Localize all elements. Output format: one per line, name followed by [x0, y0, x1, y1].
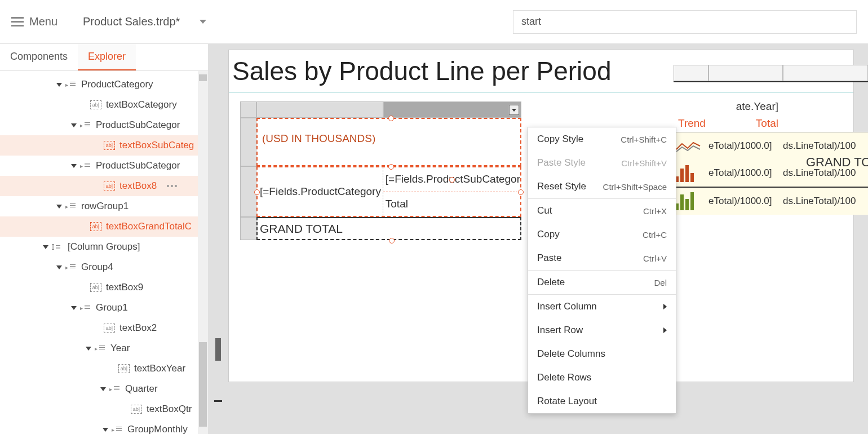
resize-handle[interactable] — [449, 177, 455, 183]
sparkbar-cell-1[interactable] — [674, 160, 708, 187]
tree-node-year[interactable]: Year — [0, 338, 208, 358]
caret-down-icon[interactable] — [200, 20, 206, 24]
col-header-r2[interactable] — [708, 65, 783, 81]
menu-label: Menu — [29, 15, 57, 28]
tree-node-textbox2[interactable]: ab| textBox2 — [0, 318, 208, 338]
textbox-icon: ab| — [90, 222, 101, 231]
tree-node-textbox-year[interactable]: ab| textBoxYear — [0, 358, 208, 379]
row-header-1[interactable] — [240, 118, 256, 166]
resize-handle[interactable] — [518, 189, 524, 195]
menu-insert-row[interactable]: Insert Row — [528, 318, 676, 342]
menu-rotate-layout[interactable]: Rotate Layout — [528, 389, 676, 413]
data-cell-1[interactable]: eTotal)/1000.0] — [708, 132, 783, 160]
menu-copy[interactable]: Copy Ctrl+C — [528, 223, 676, 246]
tree-node-textbox-subcategory[interactable]: ab| textBoxSubCateg — [0, 135, 208, 156]
data-cell-3[interactable]: eTotal)/1000.0] — [708, 188, 783, 215]
cell-subcategory-group: [=Fields.ProductSubCategor Total — [383, 167, 520, 216]
selected-row-category[interactable]: [=Fields.ProductCategory [=Fields.Produc… — [256, 166, 521, 217]
expand-icon[interactable] — [86, 347, 91, 351]
group-icon — [65, 203, 77, 210]
resize-handle[interactable] — [388, 164, 394, 170]
tree-node-textbox8[interactable]: ab| textBox8 — [0, 176, 208, 196]
col-header-1[interactable] — [256, 101, 383, 118]
menu-copy-style[interactable]: Copy Style Ctrl+Shift+C — [528, 127, 676, 151]
data-cell-2[interactable]: eTotal)/1000.0] — [708, 160, 783, 187]
expand-icon[interactable] — [56, 265, 62, 269]
menu-delete-columns[interactable]: Delete Columns — [528, 342, 676, 366]
col-header-2[interactable] — [383, 101, 521, 118]
col-header-r1[interactable] — [674, 65, 708, 81]
tree-node-quarter[interactable]: Quarter — [0, 379, 208, 399]
data-cell-3b[interactable]: ds.LineTotal)/100 — [783, 188, 868, 215]
search-input[interactable]: start — [513, 10, 857, 34]
textbox-icon: ab| — [131, 405, 142, 414]
resize-handle[interactable] — [254, 189, 260, 195]
cell-product-category[interactable]: [=Fields.ProductCategory — [258, 167, 383, 216]
left-panel: Components Explorer ProductCategory ab| … — [0, 44, 209, 434]
group-icon — [95, 346, 106, 352]
group-icon — [80, 122, 91, 129]
textbox-icon: ab| — [104, 324, 115, 333]
expand-icon[interactable] — [71, 123, 77, 127]
cell-grand-total[interactable]: GRAND TOTAL — [256, 217, 521, 240]
submenu-arrow-icon — [663, 304, 667, 309]
menu-insert-column[interactable]: Insert Column — [528, 295, 676, 318]
total-col-label: Total — [708, 115, 783, 132]
tab-components[interactable]: Components — [0, 44, 78, 70]
sparkbar-cell-2[interactable] — [674, 188, 708, 215]
expand-icon[interactable] — [71, 306, 77, 310]
scrollbar-thumb[interactable] — [199, 342, 207, 427]
expand-icon[interactable] — [100, 387, 106, 391]
tree-node-textbox-category[interactable]: ab| textBoxCategory — [0, 95, 208, 115]
scrollbar-up[interactable] — [199, 74, 207, 81]
textbox-icon: ab| — [118, 364, 130, 373]
menu-cut[interactable]: Cut Ctrl+X — [528, 199, 676, 223]
sparkline-cell-1[interactable] — [674, 132, 708, 160]
tab-explorer[interactable]: Explorer — [78, 44, 136, 70]
tree-scrollbar[interactable] — [198, 71, 208, 434]
tree-node-group1[interactable]: Group1 — [0, 298, 208, 318]
tree-node-group-monthly[interactable]: GroupMonthly — [0, 419, 208, 434]
menu-button[interactable]: Menu — [11, 15, 57, 28]
column-dropdown-trigger[interactable] — [509, 105, 519, 115]
panel-tabs: Components Explorer — [0, 44, 208, 71]
topbar: Menu Product Sales.trdp* start — [0, 0, 868, 44]
menu-paste[interactable]: Paste Ctrl+V — [528, 246, 676, 270]
corner-cell[interactable] — [240, 101, 256, 118]
explorer-tree[interactable]: ProductCategory ab| textBoxCategory Prod… — [0, 71, 208, 434]
vertical-ruler-tick — [214, 400, 222, 402]
file-tab[interactable]: Product Sales.trdp* — [83, 15, 206, 28]
tree-node-product-subcategory-2[interactable]: ProductSubCategor — [0, 156, 208, 176]
menu-delete-rows[interactable]: Delete Rows — [528, 366, 676, 389]
tree-node-textbox-grandtotal[interactable]: ab| textBoxGrandTotalC — [0, 216, 208, 237]
menu-reset-style[interactable]: Reset Style Ctrl+Shift+Space — [528, 175, 676, 198]
more-icon[interactable] — [167, 185, 177, 187]
textbox-icon: ab| — [90, 100, 101, 109]
tree-node-column-groups[interactable]: [Column Groups] — [0, 237, 208, 257]
col-header-r3[interactable] — [783, 65, 868, 81]
tree-node-textbox9[interactable]: ab| textBox9 — [0, 277, 208, 298]
group-icon — [65, 82, 77, 88]
tree-node-product-subcategory[interactable]: ProductSubCategor — [0, 115, 208, 135]
expand-icon[interactable] — [56, 83, 62, 87]
row-header-3[interactable] — [240, 217, 256, 240]
group-icon — [80, 163, 91, 169]
tree-node-group4[interactable]: Group4 — [0, 257, 208, 277]
expand-icon[interactable] — [71, 164, 77, 168]
resize-handle[interactable] — [388, 116, 394, 121]
expand-icon[interactable] — [56, 205, 62, 209]
tree-node-textbox-qtr[interactable]: ab| textBoxQtr — [0, 399, 208, 419]
menu-delete[interactable]: Delete Del — [528, 271, 676, 294]
sparkbar-icon — [674, 162, 705, 184]
cell-total[interactable]: Total — [383, 192, 520, 216]
date-year-label: ate.Year] — [674, 98, 783, 115]
tree-node-rowgroup1[interactable]: rowGroup1 — [0, 196, 208, 216]
textbox-icon: ab| — [104, 181, 115, 191]
expand-icon[interactable] — [103, 428, 108, 432]
selected-cell-usd[interactable]: (USD IN THOUSANDS) — [256, 118, 521, 166]
sparkbar-icon — [674, 191, 705, 212]
tree-node-product-category[interactable]: ProductCategory — [0, 74, 208, 95]
expand-icon[interactable] — [43, 245, 48, 249]
submenu-arrow-icon — [663, 327, 667, 333]
resize-handle[interactable] — [389, 238, 395, 243]
